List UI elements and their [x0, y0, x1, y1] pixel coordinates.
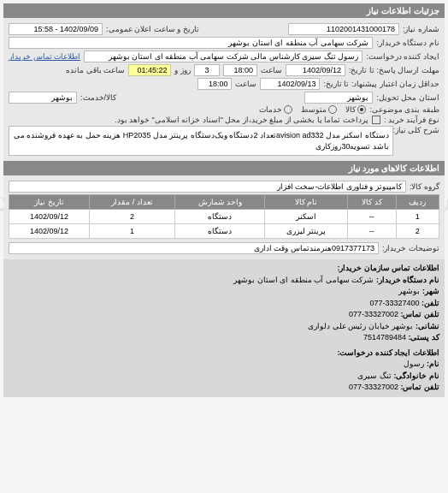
days-label: روز و	[174, 66, 191, 74]
contact-header: اطلاعات تماس سازمان خریدار:	[9, 263, 439, 275]
th-code: کد کالا	[347, 195, 396, 210]
requester-value: رسول تنگ سیری کارشناس مالی شرکت سهامی آب…	[84, 50, 363, 62]
phone-label: تلفن:	[421, 299, 439, 307]
location-label: استان محل تحویل:	[376, 93, 439, 102]
buyer-notes-value: 0917377173هنرمندتماس وقت اداری	[9, 242, 379, 254]
th-row: ردیف	[396, 195, 439, 210]
radio-medium[interactable]	[328, 105, 337, 114]
buyer-notes-label: توضیحات خریدار:	[382, 244, 439, 252]
radio-goods[interactable]	[357, 105, 366, 114]
city-label: شهر:	[422, 287, 439, 295]
location-value: بوشهر	[304, 92, 373, 104]
days-remain: 3	[194, 64, 220, 76]
phone-value: 33327400-077	[369, 299, 419, 307]
postal-label: کد پستی:	[409, 333, 440, 342]
radio-medium-label: متوسط	[301, 105, 327, 114]
deadline-label: مهلت ارسال پاسخ: تا تاریخ:	[349, 66, 439, 74]
table-row: 2 -- پرینتر لیزری دستگاه 1 1402/09/12	[9, 224, 439, 239]
buyer-name-label: نام دستگاه خریدار:	[376, 39, 439, 47]
deadline-time: 18:00	[223, 64, 257, 76]
address-value: بوشهر خیابان رئیس علی دلواری	[308, 322, 413, 330]
contact-phone-label: تلفن تماس:	[401, 383, 440, 391]
general-desc-label: شرح کلی نیاز:	[397, 126, 439, 134]
name-value: رسول	[404, 359, 424, 368]
packaging-label: طبقه بندی موضوعی:	[369, 105, 439, 114]
agreement-text: پرداخت تماما یا بخشی از مبلغ خرید،از محل…	[115, 116, 368, 124]
th-unit: واحد شمارش	[175, 195, 265, 210]
announce-date-value: 1402/09/09 - 15:58	[9, 23, 103, 35]
th-date: تاریخ نیاز	[9, 195, 90, 210]
buyer-contact-link[interactable]: اطلاعات تماس خریدار	[9, 52, 80, 61]
fax-value: 33327002-077	[349, 310, 398, 318]
address-label: نشانی:	[416, 322, 439, 330]
time-label-2: ساعت	[235, 80, 256, 88]
family-label: نام خانوادگی:	[394, 371, 440, 380]
radio-services[interactable]	[284, 105, 292, 114]
items-table: ردیف کد کالا نام کالا واحد شمارش تعداد /…	[9, 194, 439, 239]
org-value: شرکت سهامی آب منطقه ای استان بوشهر	[233, 276, 374, 284]
main-header: جزئیات اطلاعات نیاز	[3, 3, 445, 18]
packaging-radio-group: کالا متوسط خدمات	[259, 105, 366, 114]
table-row: 1 -- اسکنر دستگاه 2 1402/09/12	[9, 210, 439, 224]
delivery-date: 1402/09/13	[260, 78, 320, 90]
contact-phone-value: 33327002-077	[349, 383, 398, 391]
requester-label: ایجاد کننده درخواست:	[366, 52, 439, 61]
postal-value: 7514789484	[363, 333, 406, 342]
org-label: نام دستگاه خریدار:	[376, 276, 439, 284]
time-remain-label: ساعت باقی مانده	[66, 66, 125, 74]
fax-label: تلفن تماس:	[401, 310, 440, 318]
creator-header: اطلاعات ایجاد کننده درخواست:	[9, 347, 439, 359]
th-name: نام کالا	[265, 195, 348, 210]
th-qty: تعداد / مقدار	[90, 195, 175, 210]
buyer-name-value: شرکت سهامی آب منطقه ای استان بوشهر	[9, 37, 373, 49]
goods-group-label: گروه کالا:	[410, 182, 439, 191]
value-value: بوشهر	[9, 92, 77, 104]
agreement-checkbox[interactable]	[372, 116, 380, 124]
name-label: نام:	[427, 359, 439, 368]
needed-info-header: اطلاعات کالاهای مورد نیاز	[3, 161, 445, 175]
delivery-deadline-label: حداقل زمان اعتبار پیشنهاد: تا تاریخ:	[323, 80, 439, 88]
delivery-time: 18:00	[197, 78, 232, 90]
city-value: بوشهر	[398, 287, 420, 295]
time-label-1: ساعت	[261, 66, 282, 74]
time-remain: 01:45:22	[128, 64, 171, 76]
agreement-label: نوع فرآیند خرید :	[384, 116, 439, 124]
announce-date-label: تاریخ و ساعت اعلان عمومی:	[106, 25, 199, 33]
radio-services-label: خدمات	[259, 105, 282, 114]
general-desc-value: دستگاه اسکنر مدل avision ad332تعداد 2دست…	[9, 126, 393, 156]
need-number-value: 1102001431000178	[288, 23, 399, 35]
radio-goods-label: کالا	[345, 105, 356, 114]
goods-group-value: کامپیوتر و فناوری اطلاعات-سخت افزار	[9, 181, 406, 193]
value-label: کالا/خدمت:	[80, 93, 116, 102]
need-number-label: شماره نیاز:	[403, 25, 439, 33]
family-value: تنگ سیری	[357, 371, 392, 380]
deadline-date: 1402/09/12	[286, 64, 345, 76]
